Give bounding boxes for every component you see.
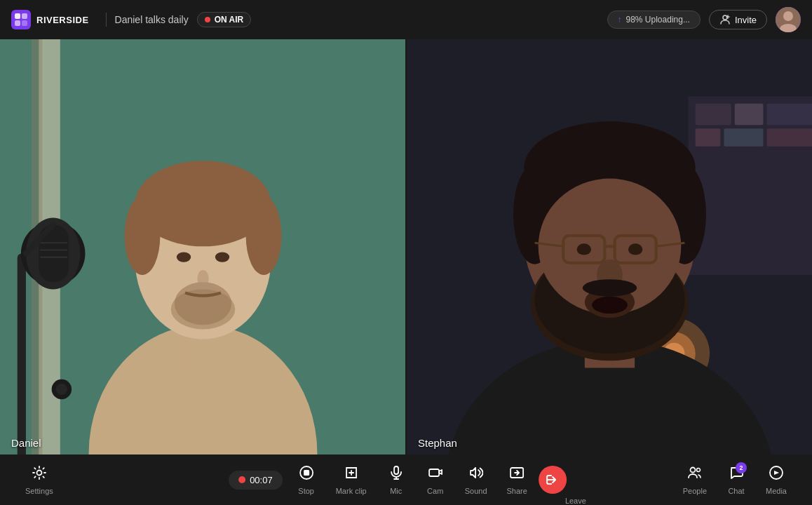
cam-label: Cam <box>427 487 443 495</box>
header: RIVERSIDE Daniel talks daily ON AIR ↑ 98… <box>0 0 812 39</box>
chat-label: Chat <box>728 487 744 495</box>
svg-point-62 <box>628 243 642 255</box>
cam-button[interactable]: Cam <box>417 459 454 501</box>
mark-clip-button[interactable]: Mark clip <box>327 459 375 501</box>
user-avatar[interactable] <box>776 7 801 32</box>
svg-point-78 <box>696 468 700 471</box>
chat-icon-wrap: 2 <box>729 465 744 484</box>
toolbar-left: Settings <box>17 459 62 501</box>
people-icon-wrap <box>687 465 703 484</box>
recording-indicator: 00:07 <box>229 471 283 490</box>
svg-rect-39 <box>724 128 763 146</box>
mic-button[interactable]: Mic <box>378 459 414 501</box>
riverside-logo-icon <box>11 10 31 29</box>
mic-label: Mic <box>390 487 402 495</box>
avatar-image <box>776 7 801 32</box>
leave-label: Leave <box>565 497 586 505</box>
daniel-background: Daniel <box>0 39 405 505</box>
mic-icon <box>388 465 404 484</box>
stop-icon <box>299 465 314 484</box>
upload-icon: ↑ <box>618 15 622 25</box>
svg-point-18 <box>246 196 282 275</box>
on-air-dot <box>205 17 210 22</box>
cam-icon <box>428 465 443 484</box>
svg-rect-35 <box>696 104 731 126</box>
header-right: ↑ 98% Uploading... Invite <box>607 7 801 32</box>
svg-point-61 <box>577 243 591 255</box>
chat-button[interactable]: 2 Chat <box>718 459 755 501</box>
mark-clip-icon <box>344 465 359 484</box>
share-button[interactable]: Share <box>499 459 536 501</box>
invite-label: Invite <box>735 15 757 25</box>
svg-rect-37 <box>767 104 812 126</box>
daniel-scene <box>0 39 405 505</box>
svg-point-66 <box>583 279 637 296</box>
people-label: People <box>683 487 707 495</box>
settings-button[interactable]: Settings <box>17 459 62 501</box>
svg-rect-3 <box>22 20 27 26</box>
sound-label: Sound <box>465 487 487 495</box>
svg-point-19 <box>177 252 191 262</box>
svg-point-32 <box>56 384 67 395</box>
people-icon <box>687 465 703 480</box>
media-label: Media <box>766 487 787 495</box>
header-divider <box>106 13 107 27</box>
settings-label: Settings <box>25 487 53 495</box>
invite-icon <box>719 14 731 25</box>
on-air-badge: ON AIR <box>197 12 252 27</box>
svg-point-77 <box>690 467 695 472</box>
svg-rect-75 <box>429 469 439 476</box>
stop-label: Stop <box>298 487 314 495</box>
chat-badge: 2 <box>736 462 747 473</box>
svg-rect-72 <box>394 466 398 474</box>
svg-rect-71 <box>304 470 309 476</box>
stephan-scene <box>407 39 812 505</box>
svg-point-65 <box>592 297 628 314</box>
leave-button[interactable] <box>539 466 567 494</box>
daniel-name-label: Daniel <box>11 437 41 449</box>
media-button[interactable]: Media <box>757 459 795 501</box>
recording-timer: 00:07 <box>250 475 273 485</box>
toolbar: Settings 00:07 Stop <box>0 454 812 505</box>
sound-button[interactable]: Sound <box>456 459 496 501</box>
svg-rect-1 <box>22 13 27 19</box>
video-area: Daniel <box>0 39 812 505</box>
media-icon <box>769 465 784 484</box>
stephan-background: Stephan <box>407 39 812 505</box>
logo-text: RIVERSIDE <box>36 15 89 25</box>
stop-button[interactable]: Stop <box>288 459 325 501</box>
svg-rect-0 <box>15 13 20 19</box>
svg-point-8 <box>783 11 793 21</box>
svg-point-69 <box>36 470 41 475</box>
svg-point-4 <box>723 15 727 20</box>
on-air-label: ON AIR <box>215 15 244 25</box>
svg-rect-2 <box>15 20 20 26</box>
upload-label: 98% Uploading... <box>626 15 690 25</box>
svg-point-17 <box>124 196 160 275</box>
svg-rect-38 <box>696 128 721 146</box>
recording-dot <box>238 476 245 483</box>
people-button[interactable]: People <box>675 459 715 501</box>
logo-area: RIVERSIDE <box>11 10 89 29</box>
toolbar-center: 00:07 Stop Mark clip <box>226 459 586 501</box>
stephan-name-label: Stephan <box>418 437 457 449</box>
daniel-video-panel: Daniel <box>0 39 407 505</box>
svg-rect-36 <box>735 104 764 126</box>
sound-icon <box>468 465 484 484</box>
share-label: Share <box>507 487 527 495</box>
invite-button[interactable]: Invite <box>709 10 767 29</box>
settings-icon <box>32 465 47 484</box>
share-icon <box>509 465 525 484</box>
svg-rect-40 <box>767 128 812 146</box>
toolbar-right: People 2 Chat Media <box>675 459 795 501</box>
svg-point-20 <box>215 252 229 262</box>
mark-clip-label: Mark clip <box>336 487 367 495</box>
leave-icon <box>546 473 560 487</box>
stephan-video-panel: Stephan <box>407 39 812 505</box>
session-title: Daniel talks daily <box>115 14 189 25</box>
upload-badge: ↑ 98% Uploading... <box>607 11 701 29</box>
